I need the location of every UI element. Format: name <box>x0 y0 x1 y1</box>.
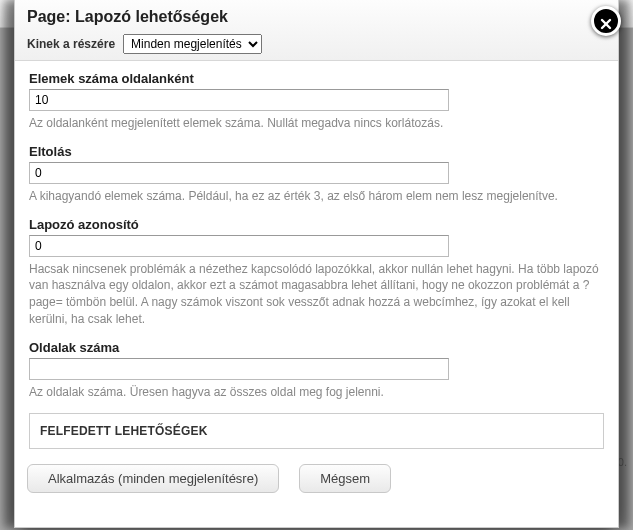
field-label: Oldalak száma <box>29 340 604 355</box>
field-offset: Eltolás A kihagyandó elemek száma. Példá… <box>29 144 604 205</box>
field-pager-id: Lapozó azonosító Hacsak nincsenek problé… <box>29 217 604 328</box>
pager-options-dialog: Page: Lapozó lehetőségek Kinek a részére… <box>14 0 619 528</box>
exposed-options-section[interactable]: FELFEDETT LEHETŐSÉGEK <box>29 413 604 449</box>
pager-id-input[interactable] <box>29 235 449 257</box>
apply-button[interactable]: Alkalmazás (minden megjelenítésre) <box>27 464 279 493</box>
field-page-count: Oldalak száma Az oldalak száma. Üresen h… <box>29 340 604 401</box>
cancel-button[interactable]: Mégsem <box>299 464 391 493</box>
offset-input[interactable] <box>29 162 449 184</box>
dialog-footer: Alkalmazás (minden megjelenítésre) Mégse… <box>15 454 618 507</box>
bg-fragment-number: 0. <box>618 456 627 468</box>
dialog-header: Page: Lapozó lehetőségek Kinek a részére… <box>15 0 618 61</box>
for-label: Kinek a részére <box>27 37 115 51</box>
dialog-body[interactable]: Elemek száma oldalanként Az oldalanként … <box>15 61 618 454</box>
dialog-title: Page: Lapozó lehetőségek <box>27 8 606 26</box>
close-icon[interactable] <box>591 6 621 36</box>
field-description: Az oldalanként megjelenített elemek szám… <box>29 115 604 132</box>
page-count-input[interactable] <box>29 358 449 380</box>
field-description: Az oldalak száma. Üresen hagyva az össze… <box>29 384 604 401</box>
field-description: Hacsak nincsenek problémák a nézethez ka… <box>29 261 604 328</box>
field-label: Eltolás <box>29 144 604 159</box>
field-items-per-page: Elemek száma oldalanként Az oldalanként … <box>29 71 604 132</box>
field-description: A kihagyandó elemek száma. Például, ha e… <box>29 188 604 205</box>
field-label: Elemek száma oldalanként <box>29 71 604 86</box>
items-per-page-input[interactable] <box>29 89 449 111</box>
for-select[interactable]: Minden megjelenítés <box>123 34 262 54</box>
field-label: Lapozó azonosító <box>29 217 604 232</box>
